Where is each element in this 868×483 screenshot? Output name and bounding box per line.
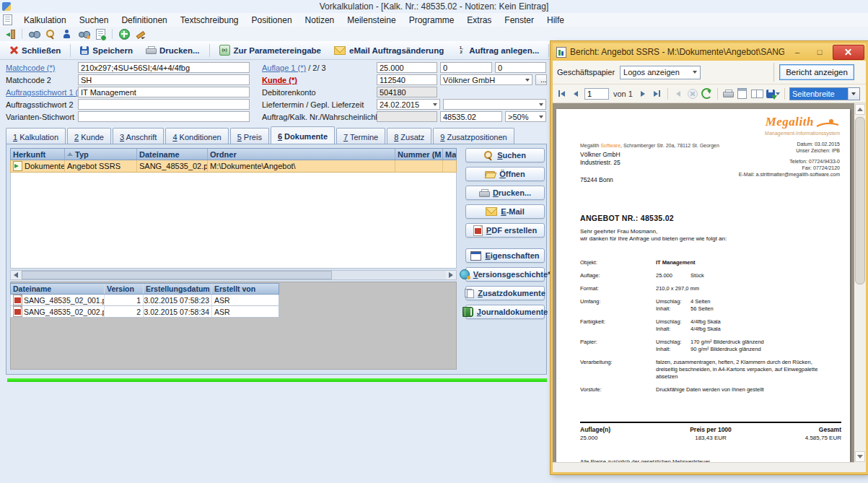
kunde-lookup-button[interactable]: ... (535, 74, 547, 85)
browse-button[interactable] (27, 27, 41, 40)
first-page-button[interactable] (556, 87, 567, 100)
version-row[interactable]: SANG_48535_02_002.pdf 2 03.02.2015 07:58… (10, 306, 279, 318)
auftragsstichwort1-label[interactable]: Auftragsstichwort 1 (*) (6, 88, 84, 97)
user-search-button[interactable] (60, 27, 74, 40)
parametereingabe-button[interactable]: Zur Parametereingabe (214, 43, 327, 58)
tab-zusatz[interactable]: 8 Zusatz (387, 128, 431, 144)
lieferzeit-combo[interactable] (443, 99, 546, 110)
auflage3-input[interactable] (495, 62, 546, 73)
scroll-left-button[interactable] (11, 271, 21, 279)
minimize-button[interactable]: – (788, 45, 807, 58)
chevron-down-icon[interactable] (848, 88, 859, 100)
drucken-button[interactable]: Drucken... (140, 44, 206, 57)
pdf-erstellen-button[interactable]: PDF erstellen (465, 223, 545, 238)
kalk-nr-input[interactable] (440, 111, 502, 122)
tab-zusatzpositionen[interactable]: 9 Zusatzpositionen (433, 128, 514, 144)
page-setup-button[interactable] (751, 87, 763, 100)
auftrag-anlegen-button[interactable]: 1,2Auftrag anlegen... (451, 43, 545, 57)
print-button[interactable] (722, 87, 734, 100)
maximize-button[interactable]: □ (810, 45, 829, 58)
tab-anschrift[interactable]: 3 Anschrift (113, 128, 164, 144)
chevron-down-icon[interactable] (536, 112, 545, 121)
back-button[interactable] (672, 87, 684, 100)
column-header-dateiname[interactable]: Dateiname (11, 284, 105, 294)
zusatzdokumente-button[interactable]: Zusatzdokumente (465, 286, 545, 300)
bericht-anzeigen-button[interactable]: Bericht anzeigen (779, 64, 854, 80)
versionsgeschichte-button[interactable]: Versionsgeschichte* (465, 267, 545, 282)
horizontal-scroll-strip[interactable] (553, 462, 854, 472)
scroll-right-button[interactable] (446, 271, 456, 279)
document-check-button[interactable] (93, 27, 108, 40)
tab-dokumente[interactable]: 6 Dokumente (271, 126, 335, 144)
previous-page-button[interactable] (570, 87, 582, 100)
column-header-typ[interactable]: Typ (65, 149, 137, 160)
scrollbar-thumb[interactable] (855, 117, 865, 284)
speichern-button[interactable]: Speichern (74, 44, 139, 57)
menu-suchen[interactable]: Suchen (74, 14, 115, 27)
varianten-stichwort-input[interactable] (78, 111, 250, 122)
menu-programme[interactable]: Programme (403, 14, 460, 27)
menu-positionen[interactable]: Positionen (246, 14, 298, 27)
page-number-input[interactable] (584, 88, 609, 100)
column-header-erstellungsdatum[interactable]: Erstellungsdatum (144, 284, 212, 294)
geschaeftspapier-select[interactable]: Logos anzeigen (620, 66, 701, 79)
system-menu-icon[interactable] (3, 14, 12, 25)
eigenschaften-button[interactable]: Eigenschaften (465, 248, 545, 263)
add-button[interactable] (117, 27, 131, 40)
close-button[interactable] (833, 45, 864, 60)
last-page-button[interactable] (652, 87, 663, 100)
column-header-erstellt-von[interactable]: Erstellt von (212, 284, 279, 294)
menu-fenster[interactable]: Fenster (499, 14, 540, 27)
column-header-mandant[interactable]: Mand (443, 149, 456, 160)
column-header-nummer[interactable]: Nummer (M (395, 149, 443, 160)
scroll-down-button[interactable] (855, 451, 865, 462)
auflage2-input[interactable] (440, 62, 492, 73)
export-button[interactable] (766, 87, 780, 100)
zoom-combo[interactable]: Seitenbreite (789, 87, 860, 100)
scroll-up-button[interactable] (855, 104, 865, 115)
advanced-search-button[interactable] (76, 27, 91, 40)
menu-meilensteine[interactable]: Meilensteine (341, 14, 401, 27)
menu-notizen[interactable]: Notizen (299, 14, 341, 27)
matchcode-input[interactable] (78, 62, 250, 73)
print-layout-button[interactable] (737, 87, 748, 100)
auflage-link[interactable]: Auflage 1 (*) (262, 64, 306, 72)
email-button[interactable]: E-Mail (465, 204, 545, 219)
document-row-selected[interactable]: Dokumente Angebot SSRS SANG_48535_02.pdf… (10, 160, 457, 173)
column-header-herkunft[interactable]: Herkunft (11, 149, 65, 160)
matchcode-label[interactable]: Matchcode (*) (6, 64, 55, 72)
schliessen-button[interactable]: Schließen (4, 44, 66, 57)
menu-extras[interactable]: Extras (461, 14, 497, 27)
kunde-label[interactable]: Kunde (*) (262, 76, 297, 84)
chevron-down-icon[interactable] (522, 75, 532, 84)
menu-textschreibung[interactable]: Textschreibung (175, 14, 245, 27)
search-button[interactable] (43, 27, 58, 40)
column-header-ordner[interactable]: Ordner (208, 149, 395, 160)
column-header-version[interactable]: Version (105, 284, 144, 294)
auftragsstichwort1-input[interactable] (78, 87, 250, 97)
version-row[interactable]: SANG_48535_02_001.pdf 1 03.02.2015 07:58… (10, 295, 279, 306)
auflage1-input[interactable] (377, 62, 437, 73)
liefertermin-combo[interactable]: 24.02.2015 (377, 99, 440, 110)
column-header-dateiname[interactable]: Dateiname (137, 149, 208, 160)
tab-termine[interactable]: 7 Termine (336, 128, 385, 144)
wahrscheinlichkeit-combo[interactable]: >50% (505, 111, 546, 122)
tab-preis[interactable]: 5 Preis (230, 128, 269, 144)
tab-kunde[interactable]: 2 Kunde (67, 128, 111, 144)
refresh-button[interactable] (701, 87, 713, 100)
menu-definitionen[interactable]: Definitionen (115, 14, 172, 27)
drucken-button[interactable]: Drucken... (465, 186, 545, 200)
exit-button[interactable] (3, 27, 17, 40)
matchcode2-input[interactable] (78, 74, 250, 85)
kunde-name-combo[interactable]: Völkner GmbH (440, 74, 532, 85)
email-auftragsaenderung-button[interactable]: eMail Auftragsänderung (328, 44, 450, 57)
stop-button[interactable] (687, 87, 698, 100)
chevron-down-icon[interactable] (430, 100, 439, 109)
auftragsstichwort2-input[interactable] (78, 99, 250, 110)
journaldokumente-button[interactable]: Journaldokumente (465, 305, 545, 319)
edit-button[interactable] (133, 27, 148, 40)
scrollbar-thumb[interactable] (22, 271, 332, 279)
tab-kalkulation[interactable]: 1 Kalkulation (6, 128, 66, 144)
next-page-button[interactable] (637, 87, 649, 100)
chevron-down-icon[interactable] (536, 100, 545, 109)
